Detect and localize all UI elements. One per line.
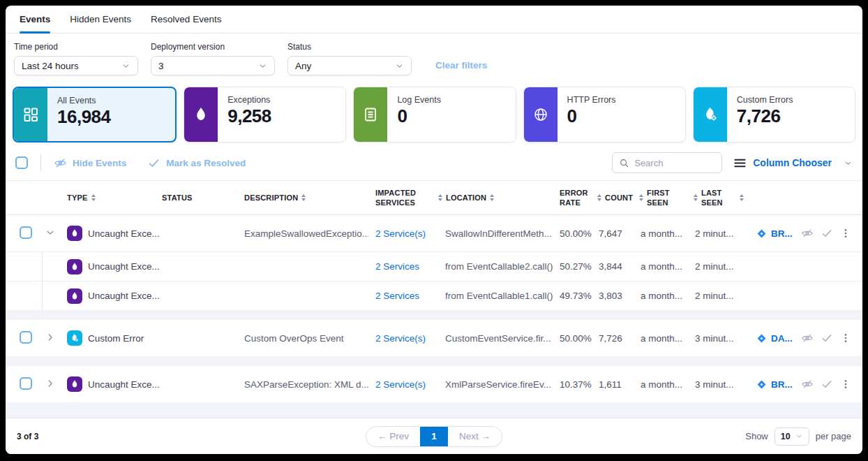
group-gap: [6, 356, 862, 366]
stat-cards: All Events 16,984 Exceptions 9,258 Log E…: [6, 80, 862, 142]
event-first-seen: a month...: [639, 291, 694, 301]
column-header-description[interactable]: DESCRIPTION: [234, 193, 368, 203]
hamburger-icon: [733, 156, 747, 170]
card-label: All Events: [57, 96, 111, 105]
event-description: ExampleSwallowedExceptio...: [234, 228, 368, 239]
card-label: Custom Errors: [737, 95, 793, 105]
column-header-impacted-services[interactable]: IMPACTED SERVICES: [368, 188, 437, 208]
tab-events[interactable]: Events: [20, 6, 50, 33]
column-header-first-seen[interactable]: FIRST SEEN: [639, 188, 694, 208]
results-summary: 3 of 3: [17, 432, 38, 441]
row-checkbox[interactable]: [20, 331, 32, 344]
flame-gear-icon: [694, 87, 727, 142]
time-period-select[interactable]: Last 24 hours: [14, 56, 138, 75]
event-group: Custom Error Custom OverOps Event 2 Serv…: [6, 320, 862, 356]
column-header-error-rate[interactable]: ERROR RATE: [558, 188, 597, 208]
hide-row-icon[interactable]: [801, 332, 814, 344]
page-size-select[interactable]: 10: [775, 427, 809, 446]
exception-type-icon: [67, 259, 82, 275]
card-http-errors[interactable]: HTTP Errors 0: [523, 87, 686, 142]
card-exceptions[interactable]: Exceptions 9,258: [184, 87, 346, 142]
page-size-control: Show 10 per page: [745, 427, 851, 446]
card-all-events[interactable]: All Events 16,984: [13, 87, 177, 142]
impacted-services-link[interactable]: 2 Service(s): [375, 228, 426, 239]
prev-page-button[interactable]: ← Prev: [366, 427, 420, 446]
sort-icon[interactable]: [740, 194, 744, 201]
sort-icon[interactable]: [301, 194, 306, 201]
sort-icon[interactable]: [694, 194, 698, 201]
event-description: SAXParseException: XML d...: [234, 379, 368, 390]
event-error-rate: 50.00%: [558, 333, 597, 344]
event-count: 7,647: [597, 228, 639, 239]
jira-ticket-link[interactable]: BR...: [747, 379, 793, 390]
event-subrow: Uncaught Exce... 2 Services from EventCa…: [6, 281, 862, 310]
chevron-down-icon: [844, 159, 853, 168]
expand-row-icon[interactable]: [45, 332, 56, 343]
column-header-location[interactable]: LOCATION: [437, 193, 558, 203]
card-value: 16,984: [57, 106, 111, 128]
column-header-count[interactable]: COUNT: [597, 193, 639, 203]
ticket-label: BR...: [771, 228, 793, 239]
tab-resolved-events[interactable]: Resolved Events: [151, 6, 221, 33]
tab-hidden-events[interactable]: Hidden Events: [70, 6, 131, 33]
sort-icon[interactable]: [639, 194, 643, 201]
column-label: DESCRIPTION: [244, 193, 298, 203]
next-page-button[interactable]: Next →: [448, 427, 502, 446]
impacted-services-link[interactable]: 2 Services: [375, 261, 419, 272]
event-row: Uncaught Exce... ExampleSwallowedExcepti…: [6, 215, 862, 251]
impacted-services-link[interactable]: 2 Services: [375, 291, 419, 301]
page-size-value: 10: [781, 432, 791, 441]
deployment-version-select[interactable]: 3: [151, 56, 275, 75]
event-last-seen: 2 minut...: [694, 291, 747, 301]
status-label: Status: [287, 42, 412, 52]
document-icon: [354, 87, 387, 142]
search-input[interactable]: [634, 158, 715, 168]
expand-row-icon[interactable]: [45, 378, 56, 389]
filter-deployment-version: Deployment version 3: [151, 42, 275, 75]
resolve-row-icon[interactable]: [821, 227, 833, 240]
sort-icon[interactable]: [91, 194, 96, 201]
event-type: Uncaught Exce...: [88, 291, 160, 301]
collapse-row-icon[interactable]: [45, 227, 56, 238]
card-custom-errors[interactable]: Custom Errors 7,726: [693, 87, 855, 142]
hide-row-icon[interactable]: [801, 378, 814, 390]
event-location: XmlParseService.fireEv...: [437, 379, 558, 390]
tab-bar: Events Hidden Events Resolved Events: [6, 6, 862, 34]
jira-ticket-link[interactable]: BR...: [747, 228, 793, 239]
filter-bar: Time period Last 24 hours Deployment ver…: [6, 34, 862, 80]
impacted-services-link[interactable]: 2 Service(s): [375, 379, 426, 390]
jira-icon: [756, 333, 767, 344]
event-count: 1,611: [597, 379, 639, 390]
check-icon: [147, 156, 160, 170]
select-all-checkbox[interactable]: [15, 156, 28, 169]
column-header-last-seen[interactable]: LAST SEEN: [694, 188, 747, 208]
row-menu-icon[interactable]: [840, 228, 851, 239]
row-checkbox[interactable]: [20, 377, 32, 390]
status-select[interactable]: Any: [287, 56, 412, 75]
row-menu-icon[interactable]: [840, 379, 851, 390]
sort-icon[interactable]: [597, 194, 601, 201]
row-menu-icon[interactable]: [840, 332, 851, 344]
filter-status: Status Any: [287, 42, 412, 75]
event-first-seen: a month...: [639, 379, 694, 390]
column-label: LOCATION: [446, 193, 486, 203]
resolve-row-icon[interactable]: [821, 378, 833, 390]
sort-icon[interactable]: [490, 194, 494, 201]
ticket-label: DA...: [771, 333, 793, 344]
card-log-events[interactable]: Log Events 0: [353, 87, 516, 142]
sort-icon[interactable]: [438, 194, 442, 201]
hide-row-icon[interactable]: [801, 227, 814, 240]
hide-events-button[interactable]: Hide Events: [54, 156, 126, 170]
clear-filters-button[interactable]: Clear filters: [435, 60, 487, 71]
impacted-services-link[interactable]: 2 Service(s): [375, 333, 426, 344]
column-header-type[interactable]: TYPE: [60, 193, 160, 203]
resolve-row-icon[interactable]: [821, 332, 833, 344]
search-box[interactable]: [612, 152, 722, 173]
mark-resolved-button[interactable]: Mark as Resolved: [147, 156, 246, 170]
page-1-button[interactable]: 1: [420, 427, 448, 446]
row-checkbox[interactable]: [20, 226, 32, 239]
jira-ticket-link[interactable]: DA...: [747, 333, 793, 344]
column-header-status[interactable]: STATUS: [160, 193, 234, 203]
column-chooser-button[interactable]: Column Chooser: [733, 156, 853, 170]
globe-icon: [524, 87, 558, 142]
